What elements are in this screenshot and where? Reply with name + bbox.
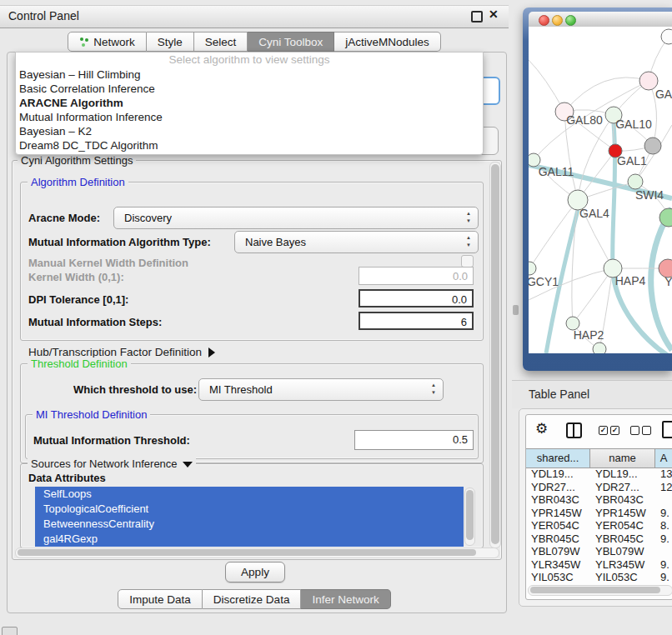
attribute-item-betweennesscentrality[interactable]: BetweennessCentrality (35, 517, 464, 532)
checked-checkbox-icon[interactable]: ✓ (610, 426, 619, 435)
node-label-hap4: HAP4 (615, 274, 646, 288)
network-node[interactable] (593, 342, 606, 353)
close-traffic-light[interactable] (539, 15, 549, 26)
network-node-swi4[interactable] (628, 174, 643, 189)
algorithm-option-mutual-information-inference[interactable]: Mutual Information Inference (16, 110, 483, 124)
settings-hscrollbar-thumb[interactable] (18, 549, 476, 556)
collapsed-panel-icon[interactable] (2, 627, 18, 635)
close-icon[interactable]: ✕ (489, 8, 499, 21)
table-row[interactable]: YER054CYER054C8. (526, 519, 672, 532)
split-pane-handle[interactable] (513, 305, 519, 315)
settings-hscrollbar[interactable] (15, 548, 499, 558)
dpi-tolerance-input[interactable]: 0.0 (359, 289, 474, 308)
table-cell (655, 545, 672, 558)
float-icon[interactable] (471, 11, 483, 22)
tab-select[interactable]: Select (194, 32, 248, 52)
zoom-traffic-light[interactable] (565, 15, 576, 26)
aracne-mode-combobox[interactable]: Discovery ▲▼ (113, 207, 479, 229)
tab-label: Infer Network (312, 593, 379, 606)
algorithm-option-dream8-dc-tdc-algorithm[interactable]: Dream8 DC_TDC Algorithm (16, 138, 483, 152)
table-cell: 8. (655, 519, 672, 532)
network-canvas[interactable]: GALGAL80GAL10GAL1GAL11SWI4GAL4GCY1HAP4YH… (529, 27, 672, 353)
attribute-item-gal4rgexp[interactable]: gal4RGexp (35, 532, 464, 547)
table-cell: YPR145W (526, 507, 590, 520)
table-cell: 9. (655, 571, 672, 584)
network-edge[interactable] (573, 268, 613, 323)
kernel-width-input[interactable]: 0.0 (359, 267, 474, 285)
network-window-titlebar[interactable] (529, 12, 672, 28)
mi-steps-input[interactable]: 6 (359, 312, 474, 330)
table-row[interactable]: YBR043CYBR043C (526, 493, 672, 507)
settings-scrollbar-thumb[interactable] (491, 164, 499, 544)
data-attributes-label: Data Attributes (28, 472, 106, 484)
gear-icon[interactable]: ⚙ (535, 420, 548, 438)
attributes-scrollbar[interactable] (464, 488, 475, 546)
column-header-name[interactable]: name (590, 449, 655, 468)
mi-threshold-input[interactable]: 0.5 (354, 430, 474, 450)
network-node[interactable] (661, 29, 672, 44)
table-cell: YDR27... (526, 481, 590, 494)
export-file-icon[interactable] (662, 421, 672, 438)
algorithm-option-list: Bayesian – Hill ClimbingBasic Correlatio… (16, 68, 483, 152)
tab-jactivemnodules[interactable]: jActiveMNodules (334, 32, 441, 52)
which-threshold-label: Which threshold to use: (73, 383, 197, 396)
table-panel-titlebar: Table Panel (512, 380, 672, 408)
tab-style[interactable]: Style (147, 32, 194, 52)
table-row[interactable]: YBL079WYBL079W (526, 545, 672, 558)
attributes-scrollbar-thumb[interactable] (466, 490, 474, 540)
tab-network[interactable]: Network (68, 32, 147, 52)
table-row[interactable]: YPR145WYPR145W9. (526, 507, 672, 520)
node-label-gcy1: GCY1 (529, 275, 559, 288)
table-row[interactable]: YLR345WYLR345W9. (526, 558, 672, 572)
algorithm-option-bayesian-hill-climbing[interactable]: Bayesian – Hill Climbing (16, 68, 483, 82)
network-node-gcy1[interactable] (529, 262, 536, 275)
network-edge[interactable] (564, 78, 649, 112)
attribute-item-topologicalcoefficient[interactable]: TopologicalCoefficient (35, 502, 464, 517)
mi-steps-label: Mutual Information Steps: (28, 316, 162, 328)
stepper-icon: ▲▼ (429, 382, 439, 397)
mi-type-value: Naive Bayes (235, 232, 478, 252)
attribute-item-selfloops[interactable]: SelfLoops (35, 487, 464, 502)
unchecked-checkbox-icon[interactable] (642, 426, 651, 435)
which-threshold-combobox[interactable]: MI Threshold ▲▼ (198, 378, 444, 401)
minimize-traffic-light[interactable] (552, 15, 563, 26)
network-node-gal1[interactable] (644, 138, 661, 154)
column-header-shared[interactable]: shared... (526, 449, 590, 468)
column-header-a[interactable]: A (655, 449, 672, 468)
apply-button[interactable]: Apply (225, 562, 285, 582)
tab-cyni-toolbox[interactable]: Cyni Toolbox (248, 32, 334, 52)
table-hscrollbar-thumb[interactable] (530, 587, 660, 593)
tab-impute-data[interactable]: Impute Data (118, 589, 203, 609)
aracne-mode-label: Aracne Mode: (28, 212, 100, 224)
manual-kernel-checkbox[interactable] (461, 255, 474, 268)
table-row[interactable]: YIL053CYIL053C9. (526, 571, 672, 584)
tab-infer-network[interactable]: Infer Network (301, 589, 390, 609)
table-cell: 9. (655, 532, 672, 546)
control-panel-titlebar: Control Panel ✕ (0, 5, 509, 28)
data-attributes-list: SelfLoopsTopologicalCoefficientBetweenne… (35, 487, 464, 547)
unchecked-checkbox-icon[interactable] (630, 426, 639, 435)
table-row[interactable]: YDL19...YDL19...13 (526, 468, 672, 481)
network-edge[interactable] (578, 115, 614, 200)
stepper-icon: ▲▼ (464, 210, 474, 225)
node-label-gal4: GAL4 (579, 207, 609, 220)
table-hscrollbar[interactable] (528, 585, 672, 596)
table-cell: YER054C (590, 519, 655, 532)
table-row[interactable]: YBR045CYBR045C9. (526, 532, 672, 546)
algorithm-option-aracne-algorithm[interactable]: ARACNE Algorithm (16, 96, 483, 110)
table-row[interactable]: YDR27...YDR27...12 (526, 481, 672, 494)
table-body: YDL19...YDL19...13YDR27...YDR27...12YBR0… (526, 468, 672, 584)
sources-title[interactable]: Sources for Network Inference (28, 458, 196, 470)
algorithm-option-basic-correlation-inference[interactable]: Basic Correlation Inference (16, 82, 483, 96)
which-threshold-value: MI Threshold (199, 379, 443, 400)
columns-icon[interactable] (566, 422, 582, 438)
mi-type-combobox[interactable]: Naive Bayes ▲▼ (234, 231, 479, 253)
settings-scrollbar[interactable] (489, 162, 501, 548)
table-cell: 13 (655, 468, 672, 481)
checked-checkbox-icon[interactable]: ✓ (599, 426, 608, 435)
node-label-gal10: GAL10 (615, 118, 652, 131)
node-label-y: Y (664, 275, 672, 288)
node-label-swi4: SWI4 (635, 188, 664, 202)
algorithm-option-bayesian-k2[interactable]: Bayesian – K2 (16, 124, 483, 138)
tab-discretize-data[interactable]: Discretize Data (203, 589, 302, 609)
